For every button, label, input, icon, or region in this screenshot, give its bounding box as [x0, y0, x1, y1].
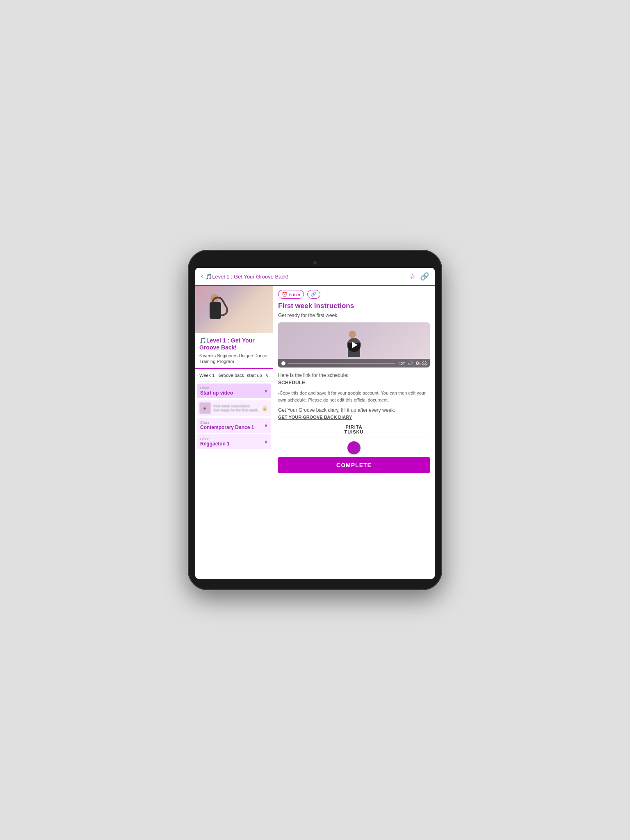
week-chevron-icon: ∧ [265, 372, 269, 378]
sitter-head [349, 331, 356, 338]
avatar-preview [347, 441, 361, 454]
dancer-silhouette [205, 294, 226, 331]
content-subtitle: Get ready for the first week. [278, 313, 430, 318]
class-chevron-down-icon-2: ∨ [264, 422, 268, 428]
class-name-2: Contemporary Dance 1 [200, 425, 254, 430]
link-badge-icon: 🔗 [311, 292, 317, 297]
preview-subtitle: Get ready for the first week. [213, 408, 269, 412]
schedule-link[interactable]: SCHEDULE [278, 380, 430, 386]
main-content: 🎵Level 1 : Get Your Groove Back! 6 weeks… [195, 286, 435, 579]
header-left: ‹ 🎵Level 1 : Get Your Groove Back! [201, 273, 288, 280]
program-subtitle: 6 weeks Beginners Unique Dance Training … [199, 353, 269, 365]
duration-label: 5 min [289, 292, 300, 297]
class-name-3: Reggaeton 1 [200, 441, 230, 447]
bottom-spacing [278, 473, 430, 477]
class-item-reggaeton[interactable]: Class Reggaeton 1 ∨ [197, 434, 271, 449]
class-item-info: Class Start up video [200, 386, 233, 396]
tablet-camera [313, 261, 317, 265]
week-title: Week 1 - Groove back -start up [199, 373, 262, 378]
class-chevron-up-icon: ∧ [264, 388, 268, 394]
schedule-label: Here is the link for the schedule: [278, 372, 430, 378]
video-controls: 4:07 🔊 ⚙ ⛶ [278, 359, 430, 368]
class-label-3: Class [200, 437, 230, 441]
volume-icon[interactable]: 🔊 [407, 361, 413, 366]
meta-badges: ⏰ 5 min 🔗 [278, 290, 430, 299]
play-triangle-icon [352, 342, 358, 348]
left-panel: 🎵Level 1 : Get Your Groove Back! 6 weeks… [195, 286, 273, 579]
class-item-info-2: Class Contemporary Dance 1 [200, 420, 254, 430]
video-player[interactable]: 4:07 🔊 ⚙ ⛶ TUISKU [278, 322, 430, 368]
diary-link[interactable]: GET YOUR GROOVE BACK DIARY [278, 415, 430, 420]
header-icons: ☆ 🔗 [409, 272, 429, 281]
brand-signature: PIRITA TUISKU [278, 425, 430, 434]
week-header[interactable]: Week 1 - Groove back -start up ∧ [195, 368, 273, 382]
schedule-description: -Copy this doc and save it for your goog… [278, 390, 430, 403]
class-item-contemporary[interactable]: Class Contemporary Dance 1 ∨ [197, 418, 271, 433]
progress-dot [281, 361, 285, 365]
brand-line2: TUISKU [278, 429, 430, 434]
complete-button[interactable]: COMPLETE [278, 457, 430, 473]
duration-badge: ⏰ 5 min [278, 290, 304, 299]
content-title: First week instructions [278, 302, 430, 310]
divider [278, 438, 430, 438]
diary-label: Get Your Groove back diary, fill it up a… [278, 407, 430, 413]
tablet-screen: ‹ 🎵Level 1 : Get Your Groove Back! ☆ 🔗 [195, 268, 435, 579]
clock-icon: ⏰ [282, 292, 288, 297]
brand-line1: PIRITA [278, 425, 430, 429]
link-badge[interactable]: 🔗 [307, 290, 320, 299]
preview-inner: ▶ First week instructions Get ready for … [199, 402, 269, 414]
program-title: 🎵Level 1 : Get Your Groove Back! [199, 337, 269, 351]
tablet-frame: ‹ 🎵Level 1 : Get Your Groove Back! ☆ 🔗 [188, 250, 442, 590]
class-label-2: Class [200, 420, 254, 425]
class-item-startup[interactable]: Class Start up video ∧ [197, 383, 271, 398]
progress-bar[interactable] [288, 363, 395, 364]
class-preview-locked: ▶ First week instructions Get ready for … [197, 400, 271, 416]
class-label-1: Class [200, 386, 233, 390]
header: ‹ 🎵Level 1 : Get Your Groove Back! ☆ 🔗 [195, 268, 435, 286]
preview-text: First week instructions Get ready for th… [213, 404, 269, 412]
preview-title: First week instructions [213, 404, 269, 408]
time-label: 4:07 [397, 361, 405, 365]
video-watermark: TUISKU [415, 362, 427, 366]
class-item-info-3: Class Reggaeton 1 [200, 437, 230, 447]
class-chevron-down-icon-3: ∨ [264, 439, 268, 445]
lock-icon: 🔒 [262, 405, 268, 411]
dancer-torso [210, 302, 221, 319]
preview-thumb: ▶ [199, 402, 211, 414]
back-button[interactable]: ‹ [201, 273, 203, 280]
star-icon[interactable]: ☆ [409, 272, 416, 281]
link-icon[interactable]: 🔗 [420, 272, 429, 281]
program-info: 🎵Level 1 : Get Your Groove Back! 6 weeks… [195, 333, 273, 368]
class-name-1: Start up video [200, 390, 233, 396]
play-button[interactable] [347, 338, 361, 352]
header-title: 🎵Level 1 : Get Your Groove Back! [205, 274, 288, 280]
hero-image [195, 286, 273, 333]
right-panel: ⏰ 5 min 🔗 First week instructions Get re… [273, 286, 435, 579]
